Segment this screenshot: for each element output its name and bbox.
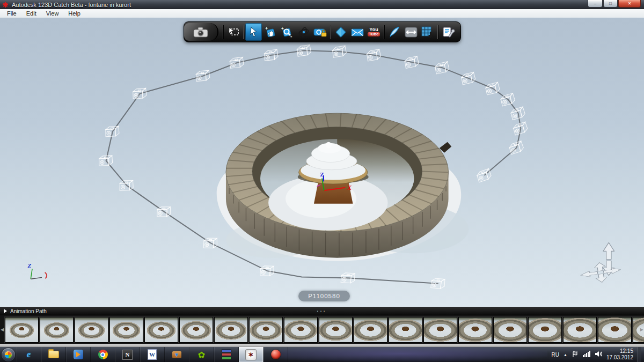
filmstrip-thumbnail[interactable] [144,317,178,343]
camera-wireframe[interactable] [133,88,147,100]
icq-icon: ✿ [198,350,205,360]
camera-wireframe[interactable] [461,72,476,85]
menu-edit[interactable]: Edit [21,10,41,17]
minimize-button[interactable]: – [588,0,603,8]
filmstrip-thumbnail[interactable] [284,317,318,343]
camera-wireframe[interactable] [332,46,346,57]
filmstrip-thumbnails [5,317,644,343]
tool-lock-photo-view[interactable] [312,23,328,41]
taskbar-app-media-player[interactable] [66,347,91,362]
tool-export[interactable] [402,23,419,41]
camera-wireframe[interactable] [513,122,528,135]
diamond-icon [334,26,347,39]
timeline-grip[interactable]: ••• [317,309,327,313]
camera-wireframe[interactable] [510,107,526,120]
filmstrip-thumbnail[interactable] [458,317,492,343]
export-arrows-icon [404,26,418,39]
restore-button[interactable]: □ [603,0,618,8]
taskbar-clock[interactable]: 12:15 17.03.2012 [606,348,633,361]
taskbar-app-chrome[interactable] [91,347,115,362]
network-icon[interactable] [583,351,590,358]
filmstrip-thumbnail[interactable] [319,317,353,343]
orbit-icon [297,26,310,39]
camera-wireframe[interactable] [105,125,119,137]
show-desktop-button[interactable] [638,347,641,362]
camera-wireframe[interactable] [297,45,311,57]
filmstrip-thumbnail[interactable] [528,317,562,343]
navigation-arrows[interactable] [579,242,622,285]
svg-text:+: + [281,26,284,31]
tool-pan[interactable]: + [262,23,279,41]
camera-wireframe[interactable] [119,179,134,191]
tool-capture-notes[interactable] [440,23,456,41]
language-indicator[interactable]: RU [552,352,559,358]
menu-view[interactable]: View [41,10,64,17]
taskbar-app-notes-app[interactable]: N [115,347,140,362]
camera-wireframe[interactable] [230,57,244,69]
filmstrip-thumbnail[interactable] [389,317,422,343]
filmstrip-thumbnail[interactable] [423,317,457,343]
tool-select[interactable] [245,23,262,41]
mesh-cube-icon [421,26,435,39]
tool-zoom[interactable]: +- [279,23,295,41]
chrome-icon [98,350,108,359]
taskbar-app-windows-explorer[interactable] [41,347,66,362]
filmstrip-scroll-right-icon[interactable]: ▶ [640,327,643,332]
windows-explorer-icon [48,351,59,358]
close-button[interactable]: ✕ [618,0,641,8]
filmstrip-thumbnail[interactable] [493,317,527,343]
filmstrip-thumbnail[interactable] [598,317,632,343]
start-button[interactable] [2,348,15,361]
filmstrip-thumbnail[interactable] [40,317,74,343]
app-icon [2,2,9,8]
taskbar-app-word[interactable]: W [140,347,165,362]
toolbar-separator [384,25,384,39]
tool-material[interactable] [332,23,349,41]
tool-orbit[interactable] [295,23,312,41]
play-icon[interactable] [4,309,7,313]
tool-annotate[interactable] [386,23,402,41]
camera-wireframe[interactable] [405,56,419,69]
hidden-icons-chevron[interactable]: ▲ [564,353,567,357]
volume-icon[interactable] [595,351,602,358]
taskbar-app-winrar[interactable] [214,347,239,362]
tool-share-email[interactable] [349,23,365,41]
filmstrip-thumbnail[interactable] [5,317,39,343]
filmstrip-thumbnail[interactable] [179,317,213,343]
taskbar-app-screen-recorder[interactable] [264,347,288,362]
taskbar-app-internet-explorer[interactable]: e [17,347,41,362]
window-controls: – □ ✕ [588,0,644,8]
filmstrip-thumbnail[interactable] [563,317,597,343]
tool-capture-photos[interactable] [184,23,218,41]
winrar-icon [222,349,231,360]
camera-wireframe[interactable] [485,82,500,95]
tool-select-rectangle[interactable] [225,23,241,41]
menu-help[interactable]: Help [63,10,85,17]
fountain-model[interactable] [217,113,469,261]
camera-wireframe[interactable] [367,49,381,61]
camera-wireframe[interactable] [260,264,275,277]
taskbar-app-123d-catch[interactable]: ✶ [239,347,264,362]
filmstrip-thumbnail[interactable] [75,317,108,343]
filmstrip-thumbnail[interactable] [249,317,283,343]
tool-generate-mesh[interactable] [419,23,436,41]
camera-wireframe[interactable] [340,271,356,285]
camera-wireframe[interactable] [203,237,218,249]
camera-wireframe[interactable] [435,62,449,74]
filmstrip-scroll-left-icon[interactable]: ◀ [1,327,4,332]
filmstrip-thumbnail[interactable] [109,317,143,343]
camera-wireframe[interactable] [430,277,446,290]
menu-file[interactable]: File [2,10,21,17]
camera-wireframe[interactable] [196,70,210,82]
taskbar-app-download-manager[interactable]: ▼ [165,347,189,362]
tool-share-youtube[interactable]: YouTube [365,23,382,41]
windows-flag-icon [5,351,12,358]
action-center-icon[interactable] [572,351,579,359]
viewport-3d[interactable]: X Z Z [0,18,644,307]
camera-wireframe[interactable] [99,154,113,166]
camera-wireframe[interactable] [264,49,278,61]
camera-wireframe[interactable] [509,141,524,155]
filmstrip-thumbnail[interactable] [214,317,248,343]
taskbar-app-icq[interactable]: ✿ [189,347,214,362]
filmstrip-thumbnail[interactable] [354,317,387,343]
